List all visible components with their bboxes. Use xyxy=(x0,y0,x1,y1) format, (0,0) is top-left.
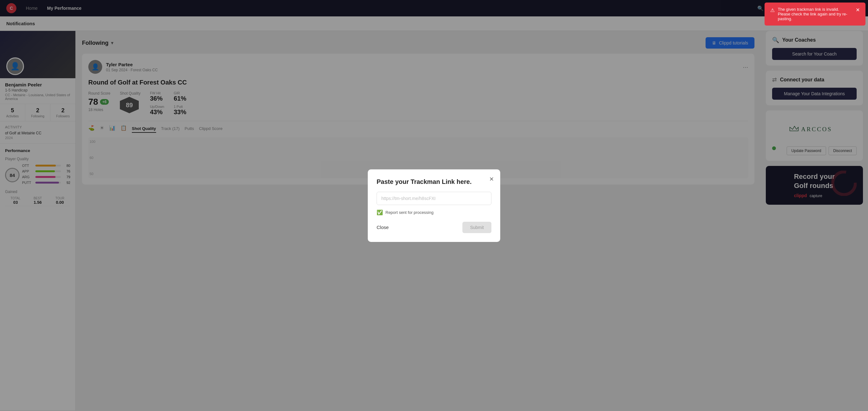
modal-overlay: Paste your Trackman Link here. ✕ ✅ Repor… xyxy=(0,0,868,410)
modal-success-message: ✅ Report sent for processing xyxy=(377,210,491,215)
warning-icon: ⚠ xyxy=(770,7,775,13)
trackman-link-input[interactable] xyxy=(377,192,491,205)
error-toast: ⚠ The given trackman link is invalid. Pl… xyxy=(765,2,866,26)
toast-message: The given trackman link is invalid. Plea… xyxy=(778,7,852,21)
modal-close-x-button[interactable]: ✕ xyxy=(489,176,494,183)
modal-actions: Close Submit xyxy=(377,222,491,233)
toast-close-button[interactable]: ✕ xyxy=(856,7,860,13)
modal-close-button[interactable]: Close xyxy=(377,222,389,232)
success-icon: ✅ xyxy=(377,210,383,215)
modal-submit-button[interactable]: Submit xyxy=(462,222,491,233)
trackman-modal: Paste your Trackman Link here. ✕ ✅ Repor… xyxy=(368,169,500,242)
success-text: Report sent for processing xyxy=(385,210,433,215)
modal-title: Paste your Trackman Link here. xyxy=(377,178,491,186)
